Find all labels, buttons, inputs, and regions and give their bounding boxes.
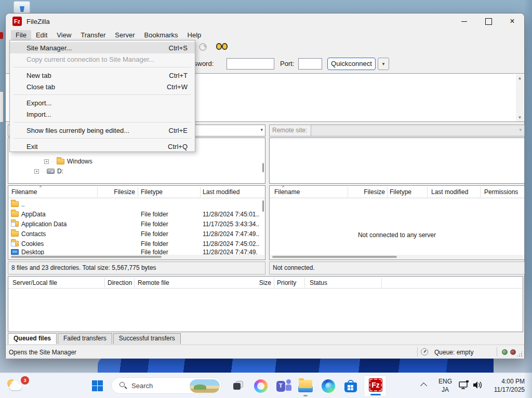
menu-item-exit[interactable]: Exit Ctrl+Q <box>10 141 195 152</box>
search-box[interactable]: Search <box>111 377 222 394</box>
menu-bookmarks[interactable]: Bookmarks <box>140 30 183 40</box>
copilot-icon[interactable] <box>254 379 268 393</box>
column-header-size[interactable]: Size <box>247 279 271 286</box>
menu-server[interactable]: Server <box>110 30 139 40</box>
scroll-down-icon[interactable]: ▼ <box>516 114 524 121</box>
menu-item-show-edited-files[interactable]: Show files currently being edited... Ctr… <box>10 125 195 136</box>
table-row[interactable]: .. <box>8 199 258 209</box>
file-modified: 11/17/2025 3:43:34.. <box>203 221 259 228</box>
maximize-button[interactable] <box>476 13 500 29</box>
tray-overflow-chevron-icon[interactable] <box>420 382 427 389</box>
tree-item-windows[interactable]: + ·· Windows <box>44 157 92 166</box>
menu-edit[interactable]: Edit <box>31 30 52 40</box>
speed-gauge-icon[interactable] <box>421 348 428 355</box>
column-header-filename[interactable]: Filename <box>11 188 37 196</box>
transfer-queue: Server/Local file Direction Remote file … <box>8 276 523 332</box>
menu-separator <box>14 122 191 122</box>
quickconnect-button[interactable]: Quickconnect <box>327 58 376 70</box>
menu-transfer[interactable]: Transfer <box>76 30 110 40</box>
password-input[interactable] <box>227 58 274 70</box>
table-row[interactable]: AppData File folder 11/28/2024 7:45:01.. <box>8 209 258 219</box>
column-header-filesize[interactable]: Filesize <box>112 188 135 196</box>
column-header-server-local[interactable]: Server/Local file <box>12 279 57 286</box>
tree-scrollbar-thumb[interactable] <box>262 163 264 172</box>
port-input[interactable] <box>298 58 322 70</box>
column-header-remote-file[interactable]: Remote file <box>138 279 169 286</box>
menu-item-site-manager[interactable]: Site Manager... Ctrl+S <box>10 42 195 53</box>
table-row[interactable]: Cookies File folder 11/28/2024 7:45:02.. <box>8 239 258 249</box>
remote-summary: Not connected. <box>269 262 525 275</box>
filezilla-logo-icon: Fz <box>12 17 22 26</box>
file-name: Cookies <box>21 240 44 248</box>
search-highlight-image[interactable] <box>190 379 220 393</box>
table-row[interactable]: Contacts File folder 11/28/2024 7:47:49.… <box>8 229 258 239</box>
column-header-priority[interactable]: Priority <box>277 279 296 286</box>
list-vscroll-thumb[interactable] <box>262 200 264 212</box>
close-button[interactable]: × <box>500 13 524 29</box>
filter-binoculars-icon[interactable] <box>216 43 228 50</box>
menu-bar: File Edit View Transfer Server Bookmarks… <box>6 29 524 40</box>
file-explorer-icon[interactable] <box>298 380 313 392</box>
notification-badge: 3 <box>21 376 29 385</box>
refresh-icon[interactable] <box>199 43 207 51</box>
resize-grip[interactable] <box>516 351 523 357</box>
tree-item-d-drive[interactable]: + ·· D: <box>34 167 63 176</box>
menu-help[interactable]: Help <box>183 30 206 40</box>
minimize-button[interactable] <box>453 13 476 29</box>
file-name: AppData <box>21 211 46 218</box>
network-icon[interactable] <box>458 380 470 392</box>
shortcut-label: Ctrl+E <box>169 127 188 134</box>
remote-tree-pane <box>269 138 525 184</box>
file-name: Contacts <box>21 230 46 238</box>
menu-item-export[interactable]: Export... <box>10 97 195 108</box>
time: 4:00 PM <box>486 377 525 386</box>
column-header-filename[interactable]: Filename <box>274 188 300 196</box>
tab-successful-transfers[interactable]: Successful transfers <box>113 333 181 344</box>
menu-item-new-tab[interactable]: New tab Ctrl+T <box>10 70 195 81</box>
weather-widget-icon[interactable]: 3 <box>6 378 24 393</box>
titlebar[interactable]: Fz FileZilla × <box>6 13 524 29</box>
task-view-button[interactable] <box>233 381 244 390</box>
column-header-filetype[interactable]: Filetype <box>390 188 411 196</box>
date: 11/17/2025 <box>486 386 525 394</box>
menu-file[interactable]: File <box>11 30 31 40</box>
microsoft-store-icon[interactable] <box>344 379 357 393</box>
message-log-scrollbar[interactable]: ▲ ▼ <box>516 74 524 121</box>
menu-item-close-tab[interactable]: Close tab Ctrl+W <box>10 81 195 92</box>
teams-icon[interactable] <box>276 379 291 393</box>
filezilla-taskbar-button[interactable]: Fz <box>364 375 387 397</box>
tab-queued-files[interactable]: Queued files <box>8 333 57 344</box>
list-hscrollbar[interactable] <box>270 255 524 259</box>
menu-item-import[interactable]: Import... <box>10 108 195 120</box>
edge-browser-icon[interactable] <box>322 379 335 393</box>
column-header-modified[interactable]: Last modified <box>431 188 468 196</box>
column-header-filetype[interactable]: Filetype <box>141 188 163 196</box>
wallpaper-bloom <box>0 359 532 373</box>
expand-icon[interactable]: + <box>44 159 49 164</box>
expand-icon[interactable]: + <box>34 169 39 174</box>
tab-failed-transfers[interactable]: Failed transfers <box>58 333 112 344</box>
table-row[interactable]: Application Data File folder 11/17/2025 … <box>8 219 258 229</box>
language-indicator[interactable]: ENG JA <box>437 377 453 394</box>
sort-ascending-icon: ^ <box>282 185 284 190</box>
recycle-bin-icon[interactable] <box>14 1 30 13</box>
menu-view[interactable]: View <box>52 30 76 40</box>
chevron-down-icon[interactable]: ▾ <box>260 127 263 132</box>
list-hscrollbar[interactable] <box>9 255 264 259</box>
folder-icon <box>57 159 64 164</box>
clock[interactable]: 4:00 PM 11/17/2025 <box>486 377 525 394</box>
column-header-filesize[interactable]: Filesize <box>362 188 385 196</box>
folder-shortcut-icon <box>11 241 19 246</box>
shortcut-label: Ctrl+T <box>169 72 188 79</box>
tree-item-label: D: <box>57 168 63 175</box>
column-header-modified[interactable]: Last modified <box>203 188 240 196</box>
shortcut-label: Ctrl+S <box>169 44 188 52</box>
column-header-direction[interactable]: Direction <box>108 279 132 286</box>
start-button[interactable] <box>92 380 103 391</box>
column-header-status[interactable]: Status <box>310 279 327 286</box>
volume-icon[interactable] <box>472 380 483 392</box>
file-modified: 11/28/2024 7:45:01.. <box>203 211 259 218</box>
column-header-permissions[interactable]: Permissions <box>484 188 518 196</box>
quickconnect-dropdown-button[interactable]: ▾ <box>378 58 389 70</box>
scroll-up-icon[interactable]: ▲ <box>516 74 524 82</box>
